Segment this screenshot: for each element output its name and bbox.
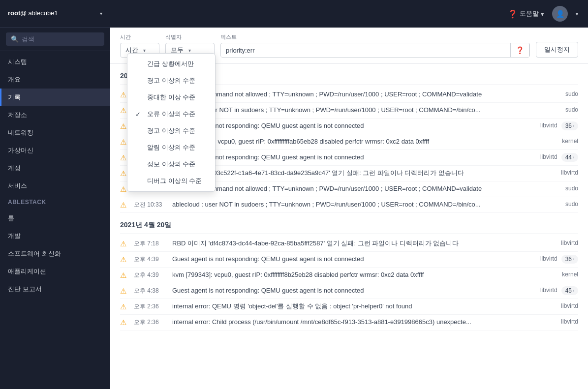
dropdown-item-error[interactable]: ✓ 오류 이상의 수준 (127, 106, 215, 122)
stop-button[interactable]: 일시정지 (536, 42, 578, 58)
log-service: libvirtd (549, 169, 578, 176)
sidebar-item-account[interactable]: 계정 (0, 159, 110, 177)
log-row[interactable]: ⚠오후 4:39Guest agent is not responding: Q… (120, 252, 578, 268)
log-service: libvirtd (528, 255, 557, 262)
log-message: internal error: QEMU 명령 'object-del'를 실행… (172, 302, 545, 311)
sidebar-item-apps[interactable]: 애플리케이션 (0, 263, 110, 280)
sidebar-user-info: root@ ablecube1 (8, 9, 58, 18)
sidebar-nav: 시스템 개요 기록 저장소 네트워킹 가상머신 계정 서비스 ABLESTACK… (0, 51, 110, 389)
text-filter-input[interactable] (221, 44, 510, 57)
sidebar-item-services[interactable]: 서비스 (0, 177, 110, 195)
log-row[interactable]: ⚠오후 4:39kvm [799343]: vcpu0, guest rIP: … (120, 268, 578, 283)
log-time: 오후 2:36 (134, 302, 168, 311)
dropdown-item-debug[interactable]: 디버그 이상의 수준 (127, 173, 215, 189)
log-service: libvirtd (549, 318, 578, 325)
badge-count: 44 (565, 154, 572, 161)
dropdown-item-info[interactable]: 정보 이상의 수준 (127, 156, 215, 173)
log-service: libvirtd (528, 153, 557, 160)
log-service: kernel (549, 270, 578, 278)
log-message: ablecloud : command not allowed ; TTY=un… (172, 184, 545, 193)
text-filter-label: 텍스트 (220, 33, 530, 41)
sidebar-search-inner[interactable]: 🔍 (6, 32, 104, 46)
log-row[interactable]: ⚠오후 2:36internal error: QEMU 명령 'object-… (120, 299, 578, 315)
warning-icon: ⚠ (120, 239, 130, 248)
sidebar-item-label: 서비스 (8, 181, 27, 190)
sidebar-item-label: 시스템 (8, 58, 27, 66)
log-message: Guest agent is not responding: QEMU gues… (172, 255, 524, 264)
dropdown-item-alert[interactable]: 경고 이상의 수준 (127, 72, 215, 89)
sidebar-item-dev[interactable]: 개발 (0, 227, 110, 245)
log-message: ablecloud : user NOT in sudoers ; TTY=un… (172, 106, 545, 115)
sidebar-item-logs[interactable]: 기록 (0, 89, 110, 106)
text-filter-input-wrapper: ❓ (220, 43, 530, 58)
log-message: kvm [1749662]: vcpu0, guest rIP: 0xfffff… (172, 137, 545, 146)
identifier-filter-chevron-icon: ▾ (188, 48, 191, 53)
sidebar-item-label: 네트워킹 (8, 128, 33, 137)
topbar-chevron-icon: ▾ (541, 10, 544, 18)
sidebar: root@ ablecube1 ▾ 🔍 시스템 개요 기록 저장소 네트워킹 가… (0, 0, 110, 389)
sidebar-item-diagnosis[interactable]: 진단 보고서 (0, 280, 110, 298)
log-time: 오후 4:39 (134, 270, 168, 279)
sidebar-item-system[interactable]: 시스템 (0, 53, 110, 71)
log-service: libvirtd (528, 121, 557, 129)
log-date-header: 2021년 4월 20일 (120, 213, 578, 234)
sidebar-header[interactable]: root@ ablecube1 ▾ (0, 0, 110, 28)
log-time: 오후 7:18 (134, 239, 168, 248)
log-time: 오전 10:33 (134, 200, 168, 209)
log-message: Guest agent is not responding: QEMU gues… (172, 286, 524, 295)
sidebar-section-ablestack[interactable]: ABLESTACK (0, 195, 110, 209)
log-message: Guest agent is not responding: QEMU gues… (172, 121, 524, 130)
sidebar-item-storage[interactable]: 저장소 (0, 106, 110, 124)
help-button[interactable]: ❓ 도움말 ▾ (508, 9, 544, 19)
log-service: sudo (549, 90, 578, 97)
dropdown-item-critical[interactable]: 중대한 이상 수준 (127, 89, 215, 106)
log-message: RBD 이미지 'df4c8743-dc44-4abe-92ca-85ba5ff… (172, 239, 545, 248)
log-count-badge[interactable]: 36› (561, 121, 578, 130)
log-row[interactable]: ⚠오전 10:33ablecloud : user NOT in sudoers… (120, 197, 578, 213)
sidebar-item-overview[interactable]: 개요 (0, 71, 110, 89)
log-count-badge[interactable]: 44› (561, 153, 578, 162)
badge-count: 45 (565, 287, 572, 294)
dropdown-item-warning[interactable]: 경고 이상의 수준 (127, 122, 215, 139)
sidebar-hostname: ablecube1 (29, 9, 58, 17)
sidebar-item-network[interactable]: 네트워킹 (0, 124, 110, 142)
log-service: sudo (549, 106, 578, 113)
sidebar-item-label: 기록 (8, 93, 21, 102)
warning-icon: ⚠ (120, 255, 130, 264)
log-service: kernel (549, 137, 578, 145)
log-service: libvirtd (549, 302, 578, 309)
sidebar-item-label: 계정 (8, 164, 21, 173)
log-count-badge[interactable]: 45› (561, 286, 578, 295)
warning-icon: ⚠ (120, 318, 130, 327)
log-message: ablecloud : command not allowed ; TTY=un… (172, 90, 545, 99)
log-row[interactable]: ⚠오후 4:38Guest agent is not responding: Q… (120, 283, 578, 299)
log-message: RBD 이미지 '093c522f-c1a6-4e71-83cd-da9e235… (172, 169, 545, 178)
text-filter-help-button[interactable]: ❓ (510, 43, 529, 57)
search-input[interactable] (22, 35, 99, 43)
sidebar-item-tools[interactable]: 툴 (0, 209, 110, 227)
sidebar-item-label: 개요 (8, 75, 21, 84)
warning-icon: ⚠ (120, 201, 130, 209)
badge-chevron-icon: › (573, 123, 574, 128)
log-message: internal error: Child process (/usr/bin/… (172, 318, 545, 327)
sidebar-item-label: 가상머신 (8, 146, 33, 155)
topbar-avatar-chevron-icon: ▾ (576, 11, 578, 17)
time-filter-label: 시간 (120, 33, 159, 41)
warning-icon: ⚠ (120, 302, 130, 311)
badge-chevron-icon: › (573, 155, 574, 160)
log-time: 오후 4:38 (134, 286, 168, 295)
log-row[interactable]: ⚠오후 2:36internal error: Child process (/… (120, 315, 578, 330)
sidebar-chevron-icon: ▾ (100, 11, 102, 16)
sidebar-item-label: 저장소 (8, 111, 27, 120)
user-avatar[interactable]: 👤 (552, 6, 568, 22)
sidebar-item-software-update[interactable]: 소프트웨어 최신화 (0, 245, 110, 263)
dropdown-item-emergency[interactable]: 긴급 상황에서만 (127, 56, 215, 72)
log-row[interactable]: ⚠오후 7:18RBD 이미지 'df4c8743-dc44-4abe-92ca… (120, 236, 578, 252)
log-count-badge[interactable]: 36› (561, 255, 578, 264)
log-service: libvirtd (549, 239, 578, 246)
priority-dropdown-menu: 긴급 상황에서만 경고 이상의 수준 중대한 이상 수준 ✓ 오류 이상의 수준… (127, 53, 216, 192)
sidebar-search-container: 🔍 (0, 28, 110, 51)
sidebar-item-vm[interactable]: 가상머신 (0, 142, 110, 159)
dropdown-item-notice[interactable]: 알림 이상의 수준 (127, 139, 215, 156)
log-message: kvm [799343]: vcpu0, guest rIP: 0xffffff… (172, 270, 545, 279)
